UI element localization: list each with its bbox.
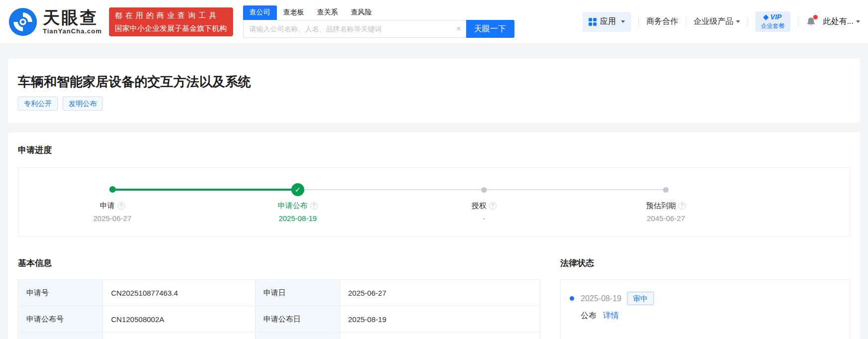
header-nav: 应用 商务合作 企业级产品 VIP 企业套餐 此处有... xyxy=(583,11,860,32)
status-badge: 审中 xyxy=(627,292,654,305)
chevron-down-icon xyxy=(736,20,740,23)
milestone-dot-filed xyxy=(109,186,116,193)
legal-status-heading: 法律状态 xyxy=(560,258,850,268)
milestone-date-published: 2025-08-19 xyxy=(278,214,317,223)
basic-info-section: 基本信息 申请号 CN202510877463.4 申请日 2025-06-27… xyxy=(18,258,540,339)
tab-search-company[interactable]: 查公司 xyxy=(243,5,277,20)
table-row xyxy=(18,333,540,339)
clear-search-icon[interactable]: × xyxy=(456,25,461,33)
milestone-date-expiry: 2045-06-27 xyxy=(647,214,685,223)
detail-link[interactable]: 详情 xyxy=(603,311,619,320)
help-icon[interactable]: ? xyxy=(678,202,686,210)
milestone-dot-granted xyxy=(481,187,487,193)
nav-enterprise-label: 企业级产品 xyxy=(694,16,734,27)
patent-tags: 专利公开 发明公布 xyxy=(18,97,850,111)
vip-package-button[interactable]: VIP 企业套餐 xyxy=(755,11,790,32)
nav-enterprise-products[interactable]: 企业级产品 xyxy=(694,16,740,27)
progress-section-heading: 申请进度 xyxy=(18,145,850,155)
help-icon[interactable]: ? xyxy=(489,202,496,210)
search-block: 查公司 查老板 查关系 查风险 × 天眼一下 xyxy=(243,5,514,38)
legal-status-section: 法律状态 2025-08-19 审中 公布 详情 xyxy=(560,258,850,339)
vip-package-label: 企业套餐 xyxy=(761,22,785,29)
cell-publication-date-value: 2025-08-19 xyxy=(340,306,540,333)
timeline-bullet-icon xyxy=(570,296,574,301)
vip-diamond-icon xyxy=(763,14,768,20)
brand-name-en: TianYanCha.com xyxy=(43,27,102,35)
notification-bell-button[interactable] xyxy=(806,16,816,27)
milestone-dot-expiry xyxy=(663,187,669,193)
help-icon[interactable]: ? xyxy=(310,202,318,210)
milestone-label-expiry: 预估到期 ? xyxy=(646,201,686,211)
application-progress-timeline: ✓ 申请 ? 申请公布 ? 授权 ? 预估到期 ? 2025-06-27 202… xyxy=(18,167,850,237)
promo-banner-line1: 都在用的商业查询工具 xyxy=(115,9,227,22)
legal-status-item: 2025-08-19 审中 xyxy=(570,292,841,305)
cell-application-number-label: 申请号 xyxy=(18,280,103,306)
chevron-down-icon xyxy=(621,20,625,23)
tab-search-relation[interactable]: 查关系 xyxy=(311,5,345,20)
cell-publication-number-value: CN120508002A xyxy=(103,306,255,333)
user-name: 此处有... xyxy=(823,16,854,27)
nav-business-cooperation[interactable]: 商务合作 xyxy=(646,16,678,27)
milestone-check-icon: ✓ xyxy=(291,183,304,196)
cell-publication-number-label: 申请公布号 xyxy=(18,306,103,333)
promo-banner-line2: 国家中小企业发展子基金旗下机构 xyxy=(115,22,227,35)
milestone-label-published: 申请公布 ? xyxy=(278,201,318,211)
legal-status-action: 公布 xyxy=(581,311,597,320)
milestone-date-granted: - xyxy=(483,214,485,223)
cell-publication-date-label: 申请公布日 xyxy=(255,306,340,333)
table-row: 申请号 CN202510877463.4 申请日 2025-06-27 xyxy=(18,280,540,306)
cell-application-date-value: 2025-06-27 xyxy=(340,280,540,306)
tab-search-boss[interactable]: 查老板 xyxy=(277,5,311,20)
nav-divider xyxy=(747,17,748,26)
patent-title: 车辆和智能家居设备的交互方法以及系统 xyxy=(18,74,850,90)
search-tabs: 查公司 查老板 查关系 查风险 xyxy=(243,5,514,20)
patent-detail-card: 申请进度 ✓ 申请 ? 申请公布 ? 授权 ? 预估到期 ? 2025-06-2… xyxy=(8,132,860,339)
tab-search-risk[interactable]: 查风险 xyxy=(345,5,378,20)
milestone-date-filed: 2025-06-27 xyxy=(93,214,131,223)
vip-label: VIP xyxy=(770,13,782,21)
help-icon[interactable]: ? xyxy=(118,202,125,210)
cell-application-date-label: 申请日 xyxy=(255,280,340,306)
timeline-progress-bar xyxy=(113,189,298,191)
notification-dot xyxy=(813,15,818,19)
legal-status-card: 2025-08-19 审中 公布 详情 xyxy=(560,279,850,339)
search-button[interactable]: 天眼一下 xyxy=(466,20,514,38)
nav-divider xyxy=(638,17,639,26)
brand-name-cn: 天眼查 xyxy=(43,8,102,26)
milestone-label-granted: 授权 ? xyxy=(472,201,496,211)
nav-divider xyxy=(798,17,798,26)
basic-info-table: 申请号 CN202510877463.4 申请日 2025-06-27 申请公布… xyxy=(18,279,540,339)
basic-info-heading: 基本信息 xyxy=(18,258,540,268)
tianyancha-logo-icon xyxy=(8,7,38,37)
table-row: 申请公布号 CN120508002A 申请公布日 2025-08-19 xyxy=(18,306,540,333)
cell-application-number-value: CN202510877463.4 xyxy=(103,280,255,306)
nav-divider xyxy=(686,17,686,26)
tianyancha-logo[interactable]: 天眼查 TianYanCha.com xyxy=(8,7,102,37)
tag-patent-publication: 专利公开 xyxy=(18,97,58,111)
user-menu[interactable]: 此处有... xyxy=(823,16,860,27)
legal-status-date: 2025-08-19 xyxy=(581,294,621,303)
milestone-label-filed: 申请 ? xyxy=(100,201,125,211)
tag-invention-publication: 发明公布 xyxy=(63,97,103,111)
chevron-down-icon xyxy=(856,20,860,23)
patent-title-card: 车辆和智能家居设备的交互方法以及系统 专利公开 发明公布 xyxy=(8,58,860,123)
apps-menu-label: 应用 xyxy=(600,16,616,27)
header: 天眼查 TianYanCha.com 都在用的商业查询工具 国家中小企业发展子基… xyxy=(0,0,868,44)
apps-grid-icon xyxy=(589,18,597,26)
search-input[interactable] xyxy=(244,25,466,33)
promo-banner: 都在用的商业查询工具 国家中小企业发展子基金旗下机构 xyxy=(109,7,233,36)
apps-menu-button[interactable]: 应用 xyxy=(583,12,631,32)
